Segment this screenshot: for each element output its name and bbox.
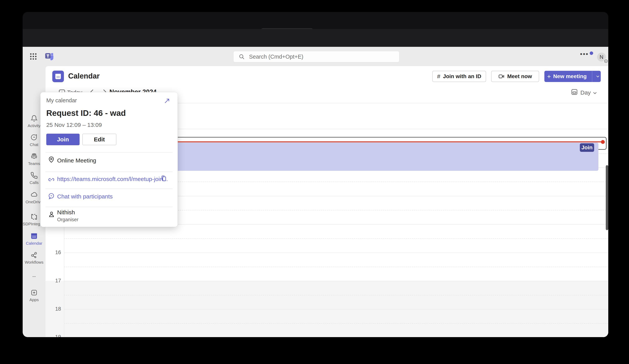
search-input[interactable]: Search (Cmd+Opt+E): [233, 51, 399, 62]
new-meeting-dropdown[interactable]: [595, 74, 601, 79]
half-hour-line: [64, 323, 608, 324]
sidebar-item-label: Apps: [23, 297, 45, 302]
new-meeting-label: New meeting: [553, 73, 587, 80]
teams-more-icon[interactable]: •••: [580, 50, 589, 58]
chat-bubble-icon: [48, 192, 55, 199]
popup-edit-button[interactable]: Edit: [82, 134, 116, 145]
waffle-icon[interactable]: [29, 52, 38, 61]
day-view-icon[interactable]: [571, 88, 578, 95]
popup-calendar-context: My calendar: [46, 97, 77, 104]
sidebar-item-label: Workflows: [23, 260, 45, 265]
location-pin-icon: [48, 156, 55, 163]
phone-icon: [30, 172, 38, 179]
popup-meeting-link[interactable]: https://teams.microsoft.com/l/meetup-joi…: [57, 176, 168, 182]
new-meeting-button[interactable]: + New meeting: [544, 71, 589, 82]
half-hour-line: [64, 238, 608, 239]
meet-now-label: Meet now: [507, 73, 532, 80]
notification-dot: [590, 51, 593, 55]
sidebar-item-label: Calendar: [23, 241, 45, 246]
view-selector[interactable]: Day: [580, 89, 591, 96]
time-label: 16: [45, 250, 61, 256]
copy-link-icon[interactable]: [160, 175, 167, 182]
popup-organizer-role: Organiser: [57, 217, 78, 222]
sidebar-item-calendar[interactable]: Calendar: [23, 232, 45, 246]
calendar-icon: [30, 232, 38, 240]
time-label: 18: [45, 306, 61, 312]
popup-divider: [45, 172, 172, 172]
popup-event-time: 25 Nov 12:09 – 13:09: [46, 122, 102, 128]
popup-organizer-name: Nithish: [57, 209, 75, 216]
search-icon: [239, 54, 245, 60]
camera-icon: [498, 73, 504, 80]
page-title: Calendar: [68, 72, 100, 80]
popup-divider: [45, 152, 172, 153]
popup-divider: [45, 188, 172, 189]
cloud-icon: [30, 191, 38, 198]
hash-icon: #: [437, 73, 440, 80]
chevron-down-icon: [595, 74, 600, 79]
teams-app: Search (Cmd+Opt+E) ••• N Activity Chat: [23, 47, 608, 337]
calendar-app-icon: [52, 71, 64, 82]
hour-line: [64, 281, 608, 281]
browser-window: Abhi @#Ask ✕ assetexplor ✕ Feeds - Zoh ✕: [23, 12, 608, 337]
search-placeholder: Search (Cmd+Opt+E): [249, 54, 303, 60]
half-hour-line: [64, 267, 608, 267]
brackets-icon: [30, 213, 38, 220]
avatar-initial: N: [600, 54, 604, 60]
browser-toolbar: teams.microsoft.com/v2/ ★ •••: [23, 29, 608, 47]
bell-icon: [30, 115, 38, 122]
event-join-button[interactable]: Join: [580, 143, 594, 152]
join-with-id-label: Join with an ID: [443, 73, 481, 80]
people-icon: [30, 153, 38, 160]
event-peek-popup: My calendar Request ID: 46 - wad 25 Nov …: [40, 92, 177, 227]
popup-chat-with-participants[interactable]: Chat with participants: [57, 193, 113, 200]
current-time-dot: [601, 140, 605, 144]
split-divider: [592, 71, 592, 82]
chat-icon: [30, 134, 38, 141]
expand-icon[interactable]: [164, 98, 170, 104]
teams-top-bar: Search (Cmd+Opt+E) ••• N: [23, 47, 608, 66]
sidebar-item-apps[interactable]: Apps: [23, 289, 45, 302]
teams-logo-icon: [44, 51, 54, 62]
popup-join-button[interactable]: Join: [46, 134, 80, 145]
popup-event-title: Request ID: 46 - wad: [46, 108, 126, 118]
new-meeting-split-button[interactable]: + New meeting: [544, 71, 601, 82]
half-hour-line: [64, 295, 608, 295]
hour-line: [64, 253, 608, 253]
plus-icon: +: [547, 73, 551, 80]
person-icon: [48, 211, 55, 218]
meet-now-button[interactable]: Meet now: [491, 71, 539, 82]
sidebar-more-icon[interactable]: [23, 275, 45, 278]
hour-line: [64, 309, 608, 309]
view-chevron-icon[interactable]: [592, 90, 598, 96]
workflows-icon: [30, 252, 38, 259]
apps-plus-icon: [30, 289, 38, 296]
popup-location: Online Meeting: [57, 157, 96, 164]
ellipsis-icon: [30, 275, 38, 278]
vertical-scrollbar[interactable]: [606, 165, 608, 230]
link-icon: [48, 176, 55, 183]
popup-divider: [45, 207, 172, 207]
join-with-id-button[interactable]: # Join with an ID: [432, 71, 486, 82]
tab-strip: Abhi @#Ask ✕ assetexplor ✕ Feeds - Zoh ✕: [23, 12, 608, 29]
presence-offline-badge: [604, 59, 608, 63]
time-label: 17: [45, 278, 61, 284]
time-label: 19: [45, 334, 61, 337]
sidebar-item-workflows[interactable]: Workflows: [23, 252, 45, 265]
